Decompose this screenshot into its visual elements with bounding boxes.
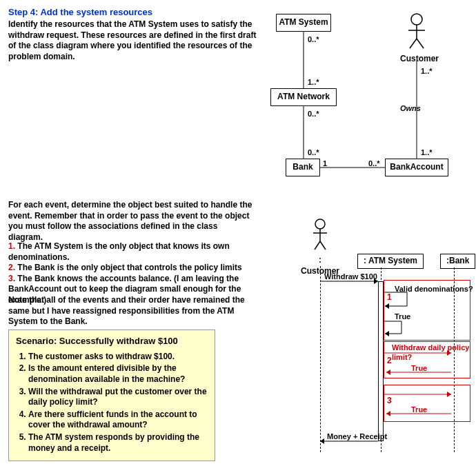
point-1: 1. The ATM System is the only object tha… (8, 241, 257, 263)
scenario-item-5: The ATM system responds by providing the… (28, 432, 208, 454)
svg-line-4 (417, 39, 424, 48)
svg-point-9 (315, 219, 325, 229)
msg-withdraw: Withdraw $100 (324, 272, 377, 281)
class-customer-label: Customer (400, 54, 435, 65)
assoc-owns: Owns (400, 103, 421, 113)
scenario-item-2: Is the amount entered divisible by the d… (28, 363, 208, 385)
scenario-title: Scenario: Successfully withdraw $100 (16, 336, 208, 347)
msg-true-2: True (411, 363, 427, 373)
seq-bank-head: :Bank (440, 254, 475, 269)
svg-point-0 (411, 14, 422, 25)
scenario-item-3: Will the withdrawal put the customer ove… (28, 387, 208, 408)
mult-cust-bot: 1..* (421, 148, 433, 157)
svg-line-13 (320, 241, 326, 250)
actor-customer-icon (408, 14, 425, 48)
seq-atm-head: : ATM System (357, 254, 424, 269)
msg-money-receipt: Money + Receipt (327, 432, 387, 441)
activation-atm (378, 281, 384, 441)
svg-line-12 (315, 241, 320, 250)
mult-cust-top: 1..* (421, 66, 433, 76)
mult-atm-net-bot: 1..* (308, 77, 319, 87)
red-box-3 (384, 385, 470, 422)
seq-actor-customer-icon (313, 219, 327, 250)
seq-num-3: 3 (387, 396, 392, 407)
scenario-item-4: Are there sufficient funds in the accoun… (28, 409, 208, 431)
seq-num-2: 2 (387, 356, 392, 367)
lifeline-customer (320, 266, 321, 452)
red-box-1 (384, 280, 470, 341)
seq-num-1: 1 (387, 292, 392, 303)
mult-net-bank-top: 0..* (308, 109, 319, 119)
msg-true-3: True (411, 405, 427, 414)
point-2: 2. The Bank is the only object that cont… (8, 263, 257, 274)
svg-line-3 (410, 39, 417, 48)
mult-bank-acct-right: 0..* (368, 159, 380, 168)
scenario-item-1: The customer asks to withdraw $100. (28, 352, 208, 363)
mult-bank-acct-left: 1 (323, 159, 327, 168)
scenario-box: Scenario: Successfully withdraw $100 The… (8, 330, 215, 461)
note-text: Note that all of the events and their or… (8, 295, 257, 327)
mult-atm-net-top: 0..* (308, 34, 319, 44)
msg-daily-limit: Withdraw daily policy limit? (392, 343, 476, 363)
event-para: For each event, determine the object bes… (8, 200, 253, 243)
mult-net-bank-bot: 0..* (308, 148, 319, 157)
